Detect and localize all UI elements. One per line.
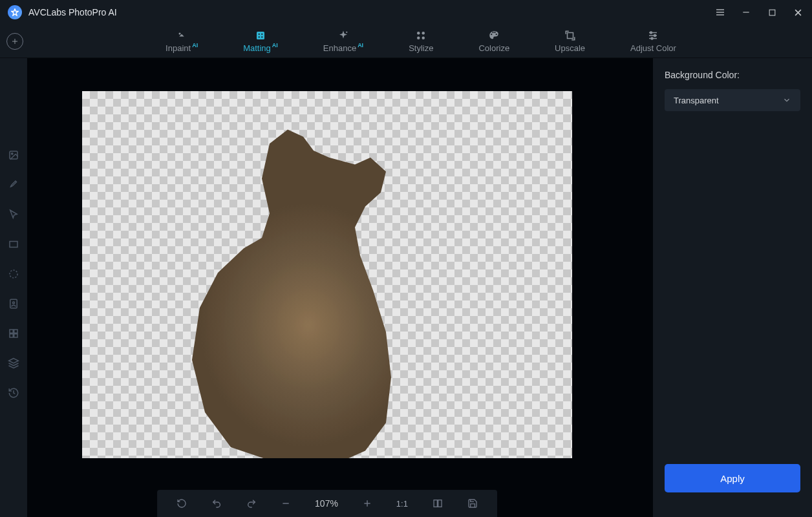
app-logo xyxy=(8,5,22,19)
crop-icon[interactable] xyxy=(7,149,20,162)
main-toolbar: Inpaint AI Matting AI Enhance AI Stylize… xyxy=(0,25,812,58)
app-title: AVCLabs PhotoPro AI xyxy=(28,7,117,17)
tab-label: Stylize xyxy=(409,43,433,53)
tab-label: Upscale xyxy=(555,43,585,53)
inpaint-icon xyxy=(176,30,187,41)
svg-point-32 xyxy=(13,302,15,304)
svg-point-17 xyxy=(422,32,425,35)
svg-point-18 xyxy=(417,36,420,39)
bg-color-value: Transparent xyxy=(674,96,719,105)
undo-icon[interactable] xyxy=(211,498,222,509)
save-icon[interactable] xyxy=(467,498,478,509)
adjust-color-icon xyxy=(647,30,659,41)
brush-icon[interactable] xyxy=(7,178,20,191)
ai-badge: AI xyxy=(358,42,363,48)
left-sidebar xyxy=(0,58,27,517)
circle-icon[interactable] xyxy=(7,268,20,280)
svg-point-19 xyxy=(422,36,425,39)
image-canvas[interactable] xyxy=(82,91,572,458)
bottom-controls: 107% 1:1 xyxy=(157,490,497,517)
titlebar: AVCLabs PhotoPro AI xyxy=(0,0,812,25)
svg-point-11 xyxy=(259,33,260,34)
compare-icon[interactable] xyxy=(433,498,443,509)
tab-enhance[interactable]: Enhance AI xyxy=(323,27,363,56)
svg-point-25 xyxy=(654,34,656,36)
ai-badge: AI xyxy=(192,42,198,48)
svg-point-16 xyxy=(417,32,420,35)
zoom-out-icon[interactable] xyxy=(281,499,290,508)
svg-point-30 xyxy=(10,270,17,278)
stylize-icon xyxy=(415,30,427,41)
tab-label: Adjust Color xyxy=(630,43,676,53)
tab-colorize[interactable]: Colorize xyxy=(478,27,509,56)
tab-matting[interactable]: Matting AI xyxy=(243,27,278,56)
svg-rect-29 xyxy=(10,242,17,248)
enhance-icon xyxy=(337,30,349,41)
subject-image xyxy=(179,116,438,458)
tab-label: Matting xyxy=(243,43,271,53)
maximize-icon[interactable] xyxy=(765,6,778,19)
svg-point-15 xyxy=(346,31,347,32)
tab-label: Enhance xyxy=(323,43,356,53)
tab-adjust-color[interactable]: Adjust Color xyxy=(630,27,676,56)
svg-rect-36 xyxy=(14,334,17,337)
tab-label: Colorize xyxy=(478,43,509,53)
svg-rect-34 xyxy=(14,330,17,333)
portrait-icon[interactable] xyxy=(7,297,20,310)
right-panel: Background Color: Transparent Apply xyxy=(653,58,812,517)
svg-marker-37 xyxy=(9,359,19,364)
svg-point-26 xyxy=(651,37,653,39)
svg-rect-33 xyxy=(10,330,13,333)
bg-color-dropdown[interactable]: Transparent xyxy=(665,89,800,111)
add-button[interactable] xyxy=(6,33,23,50)
menu-icon[interactable] xyxy=(714,6,727,19)
canvas-area: 107% 1:1 xyxy=(27,58,653,517)
pointer-icon[interactable] xyxy=(7,208,20,221)
svg-point-24 xyxy=(650,32,652,34)
history-icon[interactable] xyxy=(7,386,20,399)
zoom-level: 107% xyxy=(315,498,338,509)
svg-rect-4 xyxy=(769,10,775,16)
tab-inpaint[interactable]: Inpaint AI xyxy=(166,27,198,56)
tab-label: Inpaint xyxy=(166,43,191,53)
svg-point-12 xyxy=(261,33,262,34)
svg-point-14 xyxy=(261,36,262,37)
svg-rect-35 xyxy=(10,334,13,337)
svg-point-13 xyxy=(259,36,260,37)
svg-point-28 xyxy=(12,153,13,154)
svg-rect-10 xyxy=(257,32,264,39)
tab-stylize[interactable]: Stylize xyxy=(409,27,433,56)
chevron-down-icon xyxy=(782,96,791,105)
tab-upscale[interactable]: Upscale xyxy=(555,27,585,56)
pattern-icon[interactable] xyxy=(7,327,20,340)
redo-icon[interactable] xyxy=(246,498,257,509)
ai-badge: AI xyxy=(272,42,278,48)
bg-color-label: Background Color: xyxy=(665,70,800,80)
svg-rect-20 xyxy=(567,32,573,38)
svg-rect-41 xyxy=(434,500,437,507)
colorize-icon xyxy=(488,30,500,41)
close-icon[interactable] xyxy=(791,6,804,19)
zoom-in-icon[interactable] xyxy=(363,499,372,508)
reset-icon[interactable] xyxy=(176,498,187,509)
svg-rect-42 xyxy=(438,500,442,507)
upscale-icon xyxy=(564,30,576,41)
svg-point-9 xyxy=(179,32,181,34)
matting-icon xyxy=(255,30,266,41)
zoom-actual[interactable]: 1:1 xyxy=(396,499,408,509)
layers-icon[interactable] xyxy=(7,357,20,370)
minimize-icon[interactable] xyxy=(740,6,753,19)
rectangle-icon[interactable] xyxy=(7,238,20,251)
apply-button[interactable]: Apply xyxy=(665,464,800,492)
